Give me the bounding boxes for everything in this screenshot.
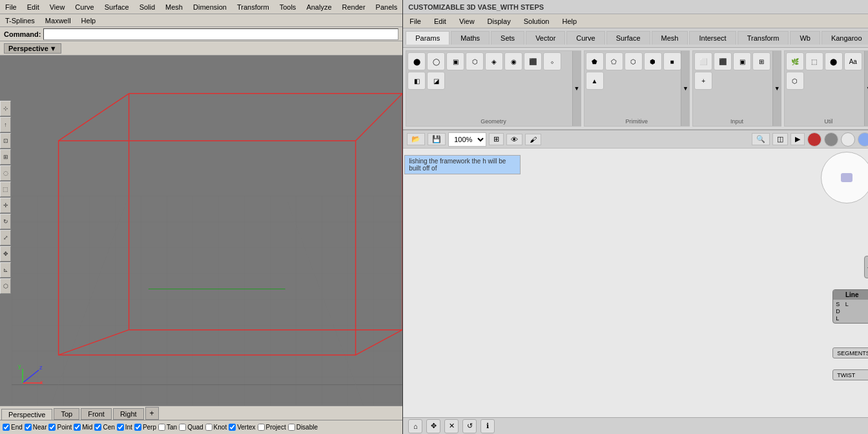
icon-geo6[interactable]: ◧ (408, 72, 426, 90)
util-expand[interactable]: ▼ (864, 51, 868, 126)
icon-prim1[interactable]: ⬟ (586, 52, 604, 70)
tool-gumball[interactable]: ✛ (0, 198, 11, 213)
snap-perp[interactable]: Perp (134, 424, 156, 431)
icon-surface[interactable]: ▣ (446, 52, 464, 70)
command-input[interactable] (43, 28, 398, 40)
snap-end[interactable]: End (3, 424, 23, 431)
tool-paint[interactable]: ⬚ (0, 181, 11, 197)
gh-tab-curve[interactable]: Curve (566, 31, 604, 45)
primitive-expand[interactable]: ▼ (681, 51, 690, 126)
gh-menu-help[interactable]: Help (555, 16, 583, 26)
gh-menu-view[interactable]: View (453, 16, 481, 26)
slider-twist[interactable]: TWIST ◇ 18 (832, 369, 868, 380)
tool-rotate[interactable]: ↻ (0, 214, 11, 229)
gh-right-indicator[interactable]: ◁ (864, 256, 868, 278)
tool-window[interactable]: ⊡ (0, 133, 11, 149)
gh-open-btn[interactable]: 📂 (407, 133, 425, 145)
icon-input2[interactable]: ⬛ (714, 52, 732, 70)
viewport-label-btn[interactable]: Perspective ▼ (4, 43, 61, 54)
gh-status-refresh[interactable]: ↺ (462, 419, 477, 433)
icon-geo4[interactable]: ⬛ (524, 52, 542, 70)
menu-panels[interactable]: Panels (371, 2, 403, 12)
menu-view[interactable]: View (45, 2, 70, 12)
menu-solid[interactable]: Solid (134, 2, 160, 12)
icon-mesh2[interactable]: ⬡ (466, 52, 484, 70)
icon-geo2[interactable]: ◈ (485, 52, 503, 70)
snap-knot[interactable]: Knot (205, 424, 227, 431)
menu-analyze[interactable]: Analyze (301, 2, 336, 12)
gh-status-home[interactable]: ⌂ (408, 419, 422, 433)
gh-tab-vector[interactable]: Vector (526, 31, 565, 45)
icon-prim3[interactable]: ⬡ (625, 52, 643, 70)
tool-lasso[interactable]: ◌ (0, 165, 11, 181)
snap-quad[interactable]: Quad (179, 424, 203, 431)
gh-magnet-btn[interactable]: ◫ (772, 133, 788, 145)
node-line[interactable]: Line S D L L (832, 289, 868, 324)
menu-tsplines[interactable]: T-Splines (0, 16, 40, 26)
gh-tab-sets[interactable]: Sets (491, 31, 524, 45)
icon-util3[interactable]: ⬤ (825, 52, 843, 70)
tab-top[interactable]: Top (54, 408, 79, 420)
gh-eye-btn[interactable]: 👁 (506, 134, 522, 145)
gh-canvas[interactable]: lishing the framework the h will be buil… (403, 149, 868, 417)
snap-point[interactable]: Point (48, 424, 72, 431)
gh-tab-kangaroo[interactable]: Kangaroo (822, 31, 868, 45)
tool-cplane[interactable]: ⊾ (0, 262, 11, 278)
tab-right[interactable]: Right (113, 408, 144, 420)
tool-move[interactable]: ✥ (0, 246, 11, 262)
gh-save-btn[interactable]: 💾 (428, 133, 446, 145)
3d-viewport[interactable]: ⊹ ↑ ⊡ ⊞ ◌ ⬚ ✛ ↻ ⤢ ✥ ⊾ ⬡ (0, 56, 402, 406)
icon-point[interactable]: ⬤ (408, 52, 426, 70)
icon-circle[interactable]: ◯ (427, 52, 445, 70)
gh-tab-params[interactable]: Params (406, 31, 450, 45)
icon-prim5[interactable]: ■ (663, 52, 681, 70)
icon-util5[interactable]: ⬡ (786, 72, 804, 90)
tab-perspective[interactable]: Perspective (1, 409, 52, 420)
gh-preview-btn[interactable]: ▶ (790, 133, 805, 145)
gh-tab-wb[interactable]: Wb (790, 31, 820, 45)
menu-maxwell[interactable]: Maxwell (40, 16, 76, 26)
gh-color1-btn[interactable] (807, 132, 822, 147)
menu-file[interactable]: File (0, 2, 22, 12)
gh-tab-maths[interactable]: Maths (451, 31, 490, 45)
menu-edit[interactable]: Edit (22, 2, 45, 12)
icon-geo3[interactable]: ◉ (504, 52, 522, 70)
geometry-expand[interactable]: ▼ (572, 51, 581, 126)
menu-render[interactable]: Render (337, 2, 371, 12)
gh-menu-file[interactable]: File (403, 16, 428, 26)
icon-input5[interactable]: + (694, 72, 712, 90)
icon-geo5[interactable]: ⬦ (543, 52, 561, 70)
gh-color2-btn[interactable] (824, 132, 838, 147)
snap-vertex[interactable]: Vertex (229, 424, 255, 431)
gh-menu-edit[interactable]: Edit (428, 16, 453, 26)
gh-zoom-select[interactable]: 100%75%50%150% (448, 132, 486, 147)
gh-search-btn[interactable]: 🔍 (752, 133, 770, 145)
gh-status-info[interactable]: ℹ (480, 419, 495, 433)
menu-help[interactable]: Help (76, 16, 101, 26)
gh-fit-btn[interactable]: ⊞ (489, 133, 504, 145)
menu-tools[interactable]: Tools (274, 2, 302, 12)
gh-tab-surface[interactable]: Surface (606, 31, 650, 45)
gh-status-move[interactable]: ✥ (426, 419, 440, 433)
gh-menu-display[interactable]: Display (481, 16, 517, 26)
snap-project[interactable]: Project (258, 424, 286, 431)
gh-status-close[interactable]: ✕ (444, 419, 459, 433)
slider-segments[interactable]: SEGMENTS ◇ 5 (832, 347, 868, 358)
tool-smove[interactable]: ⬡ (0, 278, 11, 294)
gh-tab-transform[interactable]: Transform (738, 31, 789, 45)
icon-input1[interactable]: ⬜ (694, 52, 712, 70)
gh-tab-intersect[interactable]: Intersect (689, 31, 736, 45)
tool-crossing[interactable]: ⊞ (0, 149, 11, 165)
add-viewport-tab[interactable]: + (145, 407, 159, 420)
menu-transform[interactable]: Transform (232, 2, 274, 12)
icon-geo7[interactable]: ◪ (427, 72, 445, 90)
icon-prim2[interactable]: ⬠ (605, 52, 623, 70)
gh-color3-btn[interactable] (841, 132, 855, 147)
tool-scale[interactable]: ⤢ (0, 230, 11, 245)
icon-input4[interactable]: ⊞ (752, 52, 770, 70)
snap-tan[interactable]: Tan (158, 424, 177, 431)
menu-mesh[interactable]: Mesh (160, 2, 188, 12)
gh-paint-btn[interactable]: 🖌 (525, 134, 541, 145)
snap-near[interactable]: Near (25, 424, 47, 431)
snap-cen[interactable]: Cen (94, 424, 114, 431)
